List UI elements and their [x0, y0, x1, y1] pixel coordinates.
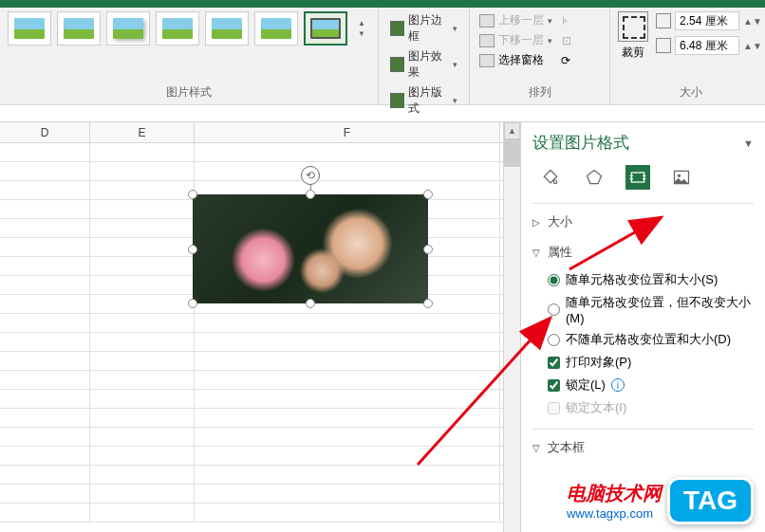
style-thumb-6[interactable] [254, 11, 298, 46]
resize-handle-br[interactable] [423, 299, 433, 308]
textbox-section-header[interactable]: ▽ 文本框 [532, 435, 754, 460]
watermark: 电脑技术网 www.tagxp.com TAG [567, 477, 754, 524]
width-input[interactable] [675, 36, 739, 55]
format-picture-pane: 设置图片格式 ▼ ▷ 大小 ▽ [520, 122, 765, 532]
worksheet[interactable]: D E F ⟲ [0, 122, 503, 532]
effect-icon [390, 57, 404, 72]
print-object-checkbox[interactable]: 打印对象(P) [548, 351, 754, 374]
watermark-url: www.tagxp.com [567, 506, 662, 521]
group-label-size: 大小 [618, 83, 763, 102]
picture-effect-button[interactable]: 图片效果▾ [386, 47, 461, 82]
resize-handle-tr[interactable] [423, 190, 433, 199]
resize-handle-ml[interactable] [188, 245, 197, 254]
lock-text-checkbox: 锁定文本(I) [548, 396, 754, 419]
border-icon [390, 21, 404, 36]
caret-down-icon: ▽ [532, 443, 542, 453]
style-thumb-2[interactable] [57, 11, 101, 46]
size-section-header[interactable]: ▷ 大小 [532, 210, 754, 234]
picture-styles-gallery[interactable]: ▲▼ [8, 11, 370, 46]
fill-tab[interactable] [538, 165, 563, 190]
caret-down-icon: ▽ [532, 248, 542, 258]
picture-layout-button[interactable]: 图片版式▾ [386, 83, 461, 118]
picture-icon [672, 168, 691, 187]
bring-forward-button[interactable]: 上移一层▾ ⊧ [477, 11, 602, 29]
effects-tab[interactable] [582, 165, 606, 190]
move-size-with-cells-radio[interactable]: 随单元格改变位置和大小(S) [548, 268, 754, 291]
crop-icon [618, 11, 648, 42]
rotate-handle[interactable]: ⟲ [301, 166, 320, 185]
resize-handle-mr[interactable] [423, 245, 433, 254]
style-thumb-1[interactable] [8, 11, 51, 46]
gallery-more-button[interactable]: ▲▼ [353, 11, 370, 46]
picture-tab[interactable] [669, 165, 694, 190]
width-icon [656, 38, 671, 53]
scroll-thumb[interactable] [504, 139, 520, 167]
caret-right-icon: ▷ [532, 217, 542, 228]
column-headers: D E F [0, 122, 503, 143]
resize-handle-bl[interactable] [188, 299, 197, 308]
send-backward-icon [479, 34, 494, 47]
selection-pane-button[interactable]: 选择窗格 ⟳ [477, 51, 602, 69]
send-backward-button[interactable]: 下移一层▾ ⊡ [477, 31, 602, 49]
pane-title-text: 设置图片格式 [532, 132, 629, 154]
group-label-styles: 图片样式 [8, 83, 370, 102]
properties-section-header[interactable]: ▽ 属性 [532, 240, 754, 265]
picture-border-button[interactable]: 图片边框▾ [386, 11, 461, 46]
size-icon [628, 168, 647, 187]
style-thumb-5[interactable] [205, 11, 249, 46]
resize-handle-mb[interactable] [306, 299, 315, 308]
info-icon[interactable]: i [611, 378, 625, 392]
pane-tabs [532, 165, 754, 190]
svg-point-2 [678, 174, 681, 177]
pane-menu-button[interactable]: ▼ [743, 138, 754, 149]
col-header-E[interactable]: E [90, 122, 195, 142]
style-thumb-4[interactable] [156, 11, 199, 46]
resize-handle-mt[interactable] [306, 190, 315, 199]
vertical-scrollbar[interactable]: ▲ [503, 122, 520, 532]
tag-badge: TAG [667, 477, 754, 524]
height-input[interactable] [675, 11, 739, 30]
pentagon-icon [585, 168, 604, 187]
locked-checkbox[interactable]: 锁定(L) i [548, 374, 754, 396]
layout-icon [390, 93, 404, 108]
no-move-no-size-radio[interactable]: 不随单元格改变位置和大小(D) [548, 328, 754, 351]
group-label-arrange: 排列 [477, 83, 602, 102]
move-no-size-radio[interactable]: 随单元格改变位置，但不改变大小(M) [548, 291, 754, 328]
selected-picture[interactable]: ⟲ [193, 194, 428, 303]
size-properties-tab[interactable] [625, 165, 650, 190]
ribbon: ▲▼ 图片样式 图片边框▾ 图片效果▾ 图片版式▾ 上移一层▾ ⊧ 下移一层▾ … [0, 8, 765, 105]
style-thumb-3[interactable] [106, 11, 150, 46]
height-icon [656, 13, 671, 28]
scroll-up-button[interactable]: ▲ [504, 122, 520, 139]
resize-handle-tl[interactable] [188, 190, 197, 199]
bring-forward-icon [479, 14, 494, 28]
col-header-F[interactable]: F [195, 122, 500, 142]
watermark-title: 电脑技术网 [567, 481, 662, 506]
formula-bar-stub [0, 105, 765, 122]
svg-rect-0 [631, 173, 644, 182]
crop-button[interactable]: 裁剪 [618, 11, 648, 61]
col-header-D[interactable]: D [0, 122, 90, 142]
picture-content [193, 194, 428, 303]
paint-bucket-icon [541, 168, 560, 187]
selection-pane-icon [479, 54, 494, 67]
ribbon-tabs [0, 0, 765, 8]
style-thumb-7[interactable] [304, 11, 347, 46]
